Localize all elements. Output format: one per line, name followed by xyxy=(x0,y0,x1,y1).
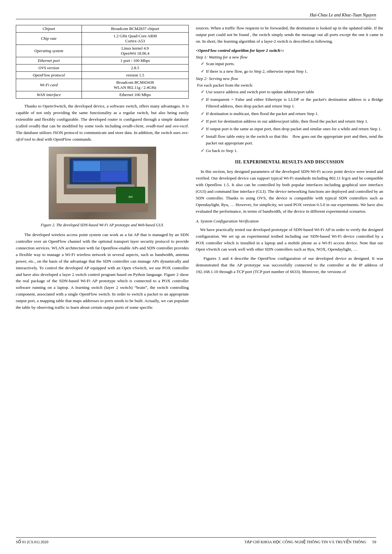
table-cell-value: 1.2 GHz Quad-Core ARMCortex-A53 xyxy=(82,33,189,45)
section-3-title: III. Experimental Results and Discussion xyxy=(235,160,344,164)
right-column: sources. When a traffic flow requests to… xyxy=(196,25,383,314)
table-cell-label: Operating system xyxy=(16,45,82,57)
algo-item: If destination is multicast, then flood … xyxy=(201,111,383,117)
algo-item: Use source address and switch port to up… xyxy=(201,89,383,95)
algo-item: Go back to Step 1. xyxy=(201,148,383,154)
subsection-a-para1: We have practically tested our developed… xyxy=(196,227,383,253)
two-column-layout: ChipsetBroadcom BCM2837 chipsetChip rate… xyxy=(16,25,376,314)
right-body-text: sources. When a traffic flow requests to… xyxy=(196,25,383,275)
subsection-a-title: A. System Configuration Verification xyxy=(196,219,259,223)
table-cell-label: OpenFlow protocol xyxy=(16,72,82,79)
page-header: Hai-Chau Le and Khac-Tuan Nguyen xyxy=(16,13,376,19)
table-cell-value: 2.8.5 xyxy=(82,64,189,72)
left-column: ChipsetBroadcom BCM2837 chipsetChip rate… xyxy=(16,25,189,314)
algo-item: If transparent = False and either Ethert… xyxy=(201,96,383,110)
header-title: Hai-Chau Le and Khac-Tuan Nguyen xyxy=(310,13,376,18)
figure-2-image: RPi rkt xyxy=(49,147,156,219)
table-cell-label: Ethernet port xyxy=(16,57,82,64)
table-cell-value: Linux kernel 4.9OpenWrt 18.06.4 xyxy=(82,45,189,57)
page: Hai-Chau Le and Khac-Tuan Nguyen Chipset… xyxy=(0,0,392,554)
algorithm-block: <OpenFlow control algorithm for layer 2 … xyxy=(196,47,383,154)
left-body-paragraph-1: Thanks to OpenvSwitch, the developed dev… xyxy=(16,103,189,143)
subsection-a-para2: Figures 3 and 4 describe the OpenFlow co… xyxy=(196,255,383,275)
subsection-a-header: A. System Configuration Verification xyxy=(196,218,383,225)
right-para-1: sources. When a traffic flow requests to… xyxy=(196,25,383,45)
table-cell-label: WAN interface xyxy=(16,91,82,99)
algo-item: Install flow table entry in the switch s… xyxy=(201,133,383,147)
table-cell-value: Broadcom BCM2837 chipset xyxy=(82,25,189,33)
rkt-watermark: rkt xyxy=(61,199,64,203)
table-cell-label: OVS version xyxy=(16,64,82,72)
algo-item: Scan input ports. xyxy=(201,61,383,67)
table-cell-label: Wi-Fi card xyxy=(16,79,82,91)
table-cell-value: version 1.5 xyxy=(82,72,189,79)
left-body-paragraph-2: The developed wireless access point syst… xyxy=(16,232,189,311)
figure-image-inner: RPi rkt xyxy=(49,147,156,219)
figure-image-detail: RPi rkt xyxy=(57,154,148,212)
algo-item: If port for destination address in our a… xyxy=(201,118,383,125)
spec-table: ChipsetBroadcom BCM2837 chipsetChip rate… xyxy=(16,25,189,99)
figure-2-caption: Figure 2. The developed SDN-based Wi-Fi … xyxy=(16,222,189,228)
table-cell-label: Chip rate xyxy=(16,33,82,45)
table-cell-value: Ethernet 100 Mbps xyxy=(82,91,189,99)
table-cell-label: Chipset xyxy=(16,25,82,33)
section3-para1: In this section, key designed parameters… xyxy=(196,168,383,215)
algo-item: If there is a new flow, go to Step 2, ot… xyxy=(201,68,383,75)
algo-step2-title: Step 2: Serving new flow xyxy=(196,76,383,82)
figure-2-container: RPi rkt Figure 2. The developed SDN-base… xyxy=(16,147,189,228)
algo-title: <OpenFlow control algorithm for layer 2 … xyxy=(196,47,383,54)
table-cell-value: Broadcom BCM43438WLAN 802.11g / 2.4GHz xyxy=(82,79,189,91)
section-3-header: III. Experimental Results and Discussion xyxy=(196,159,383,166)
algo-item: If output port is the same as input port… xyxy=(201,126,383,132)
algo-step2-items: Use source address and switch port to up… xyxy=(196,89,383,154)
algo-step1-items: Scan input ports. If there is a new flow… xyxy=(196,61,383,75)
table-cell-value: 1 port / 100 Mbps xyxy=(82,57,189,64)
algo-step2-intro: For each packet from the switch: xyxy=(196,82,383,89)
algo-step1-title: Step 1: Waiting for a new flow xyxy=(196,54,383,61)
footer-center: TẠP CHÍ KHOA HỌC CÔNG NGHỆ THÔNG TIN VÀ … xyxy=(244,539,376,545)
footer-left: SỐ 01 (CS.01) 2020 xyxy=(16,539,48,545)
page-footer: SỐ 01 (CS.01) 2020 TẠP CHÍ KHOA HỌC CÔNG… xyxy=(16,537,376,545)
